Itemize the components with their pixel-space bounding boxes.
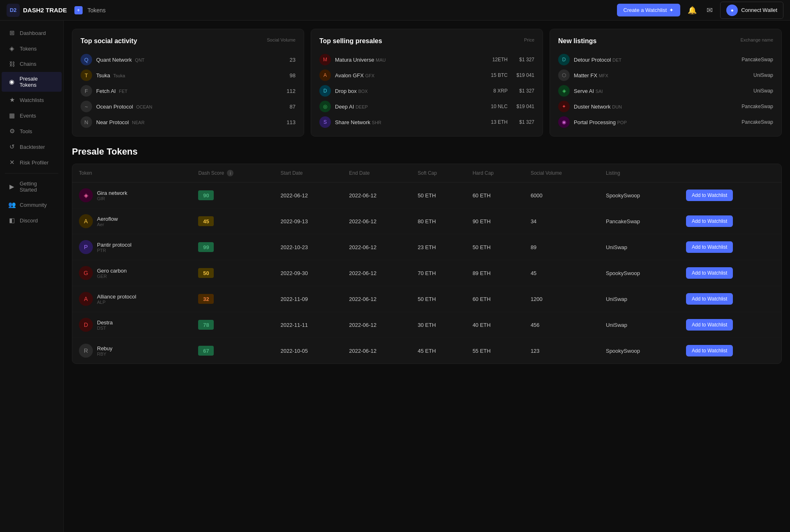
cell-soft-2: 23 ETH (411, 234, 466, 260)
cell-end-5: 2022-06-12 (342, 312, 411, 338)
social-name-3: Ocean Protocol OCEAN (96, 104, 286, 110)
social-icon-0: Q (81, 54, 92, 65)
sidebar-label-getting-started: Getting Started (20, 180, 55, 193)
sidebar-item-backtester[interactable]: ↺ Backtester (2, 139, 62, 154)
cell-listing-6: SpookySwoop (599, 338, 679, 364)
topbar: D2 DASH2 TRADE + Tokens Create a Watchli… (0, 0, 790, 21)
discord-icon: ◧ (8, 217, 16, 224)
sidebar-item-discord[interactable]: ◧ Discord (2, 213, 62, 228)
token-symbol-0: GIR (97, 196, 127, 201)
token-name-1: Aeroflow (97, 216, 118, 222)
messages-button[interactable]: ✉ (704, 3, 715, 17)
cell-token-4: A Alliance protocol ALP (72, 286, 192, 312)
listing-exchange-2: UniSwap (753, 88, 773, 94)
presale-amount-1: 15 BTC (485, 72, 508, 78)
sidebar-item-presale-tokens[interactable]: ◉ Presale Tokens (2, 72, 62, 92)
listings-card-rows: D Detour Protocol DET PancakeSwap ⬡ Matt… (558, 54, 773, 128)
cell-listing-1: PancakeSwap (599, 208, 679, 234)
listing-exchange-0: PancakeSwap (741, 57, 773, 62)
table-row: ◈ Gira network GIR 90 2022-06-12 2022-06… (72, 183, 781, 208)
presale-amount-4: 13 ETH (485, 119, 508, 125)
cell-hard-4: 60 ETH (466, 286, 524, 312)
token-symbol-5: DST (97, 326, 113, 331)
listing-row-0: D Detour Protocol DET PancakeSwap (558, 54, 773, 65)
top-presales-card: Top selling presales Price M Matura Univ… (311, 29, 543, 136)
add-to-watchlist-button-0[interactable]: Add to Watchlist (686, 190, 733, 201)
token-symbol-4: ALP (97, 300, 136, 305)
sidebar-item-chains[interactable]: ⛓ Chains (2, 57, 62, 71)
social-row-0: Q Quant Network QNT 23 (81, 54, 296, 65)
listing-icon-3: ✦ (558, 101, 570, 112)
sidebar-label-risk-profiler: Risk Profiler (20, 160, 49, 166)
sidebar-label-dashboard: Dashboard (20, 30, 46, 36)
add-to-watchlist-button-1[interactable]: Add to Watchlist (686, 215, 733, 227)
col-start-date: Start Date (274, 164, 342, 183)
social-value-2: 112 (286, 88, 296, 94)
sidebar-label-presale-tokens: Presale Tokens (20, 76, 55, 88)
create-watchlist-button[interactable]: Create a Watchlist ✦ (617, 4, 681, 16)
cell-end-0: 2022-06-12 (342, 183, 411, 208)
avatar: ● (726, 5, 738, 16)
connect-wallet-button[interactable]: ● Connect Wallet (720, 2, 783, 19)
presale-row-1: A Avalon GFX GFX 15 BTC $19 041 (319, 69, 534, 81)
create-watchlist-label: Create a Watchlist (624, 7, 667, 13)
cell-social-3: 45 (524, 260, 599, 286)
token-name-2: Pantir protocol (97, 242, 132, 248)
add-to-watchlist-button-2[interactable]: Add to Watchlist (686, 241, 733, 253)
add-to-watchlist-button-5[interactable]: Add to Watchlist (686, 319, 733, 331)
cell-action-0: Add to Watchlist (679, 183, 781, 208)
cell-score-0: 90 (192, 183, 274, 208)
sidebar-item-risk-profiler[interactable]: ✕ Risk Profiler (2, 155, 62, 170)
sidebar-label-watchlists: Watchlists (20, 97, 44, 103)
cell-end-2: 2022-06-12 (342, 234, 411, 260)
add-to-watchlist-button-3[interactable]: Add to Watchlist (686, 267, 733, 279)
cell-token-5: D Destra DST (72, 312, 192, 338)
presale-price-3: $19 041 (512, 104, 534, 109)
plus-badge: + (74, 6, 83, 14)
presale-name-2: Drop box BOX (335, 88, 481, 94)
notifications-button[interactable]: 🔔 (685, 3, 699, 17)
token-icon-4: A (79, 292, 93, 306)
cell-social-4: 1200 (524, 286, 599, 312)
presale-icon-2: D (319, 85, 331, 97)
cell-token-1: A Aeroflow Aer (72, 208, 192, 234)
cell-token-6: R Rebuy RBY (72, 338, 192, 364)
listing-row-2: ◈ Serve AI SAI UniSwap (558, 85, 773, 97)
presale-table: Token Dash Score i Start Date End Date S… (72, 164, 781, 363)
cell-score-3: 50 (192, 260, 274, 286)
presale-row-4: S Share Network SHR 13 ETH $1 327 (319, 116, 534, 128)
cell-hard-5: 40 ETH (466, 312, 524, 338)
sidebar-item-community[interactable]: 👥 Community (2, 197, 62, 212)
col-listing: Listing (599, 164, 679, 183)
cell-start-5: 2022-11-11 (274, 312, 342, 338)
cell-hard-6: 55 ETH (466, 338, 524, 364)
cell-action-1: Add to Watchlist (679, 208, 781, 234)
getting-started-icon: ▶ (8, 183, 16, 190)
sidebar-item-watchlists[interactable]: ★ Watchlists (2, 93, 62, 107)
social-row-1: T Tsuka Tsuka 98 (81, 69, 296, 81)
sidebar-item-dashboard[interactable]: ⊞ Dashboard (2, 25, 62, 40)
sidebar-item-tokens[interactable]: ◈ Tokens (2, 41, 62, 56)
presale-icon-3: ◎ (319, 101, 331, 112)
dash-score-value-5: 78 (198, 320, 214, 330)
sidebar-item-tools[interactable]: ⚙ Tools (2, 124, 62, 139)
presales-card-subtitle: Price (524, 37, 534, 42)
presale-icon-0: M (319, 54, 331, 65)
sidebar-item-getting-started[interactable]: ▶ Getting Started (2, 177, 62, 197)
add-to-watchlist-button-4[interactable]: Add to Watchlist (686, 293, 733, 305)
presale-table-section: Presale Tokens Token Dash Score i Start … (72, 146, 782, 364)
dash-score-value-2: 99 (198, 242, 214, 252)
listing-exchange-4: PancakeSwap (741, 119, 773, 125)
social-card-subtitle: Social Volume (267, 37, 296, 42)
cell-token-3: G Gero carbon GER (72, 260, 192, 286)
dash-score-info-icon[interactable]: i (227, 170, 233, 176)
table-row: D Destra DST 78 2022-11-11 2022-06-12 30… (72, 312, 781, 338)
listing-name-2: Serve AI SAI (574, 88, 749, 94)
col-action (679, 164, 781, 183)
sidebar-item-events[interactable]: ▦ Events (2, 108, 62, 123)
presale-amount-0: 12ETH (485, 57, 508, 62)
cell-end-3: 2022-06-12 (342, 260, 411, 286)
listing-icon-1: ⬡ (558, 69, 570, 81)
top-cards-row: Top social activity Social Volume Q Quan… (72, 29, 782, 136)
add-to-watchlist-button-6[interactable]: Add to Watchlist (686, 345, 733, 356)
